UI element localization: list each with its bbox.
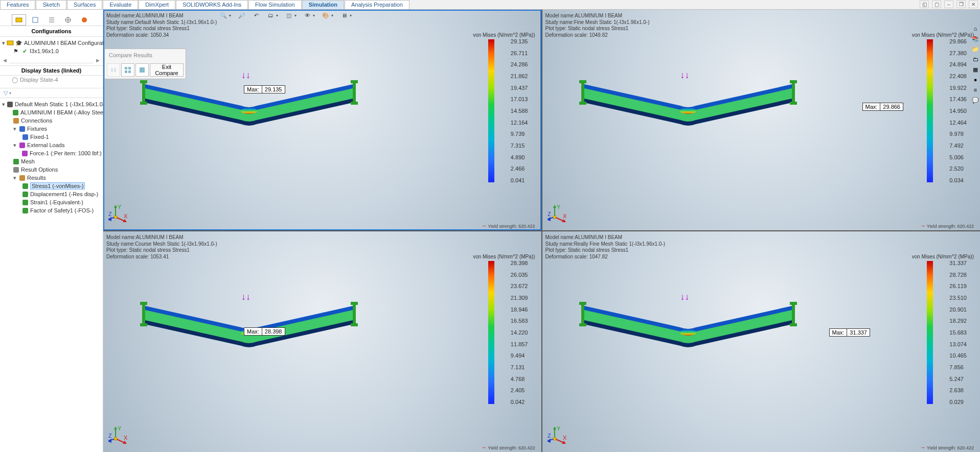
tab-analysis-preparation[interactable]: Analysis Preparation <box>345 0 409 9</box>
legend-title: von Mises (N/mm^2 (MPa)) <box>473 254 535 259</box>
exit-compare-button[interactable]: Exit Compare <box>150 63 184 77</box>
viewport-4[interactable]: Model name:ALUMINIUM I BEAMStudy name:Re… <box>542 231 981 452</box>
scroll-right-icon[interactable]: ► <box>95 57 101 63</box>
custom-props-icon[interactable]: ≡ <box>971 86 979 93</box>
svg-rect-26 <box>125 67 127 69</box>
svg-text:Y: Y <box>557 425 561 432</box>
restore-down-icon[interactable]: ◱ <box>920 1 929 8</box>
triad-icon[interactable]: YXZ <box>548 425 568 447</box>
svg-text:X: X <box>563 213 567 219</box>
tree-item[interactable]: ALUMINIUM I BEAM (-Alloy Steel-) <box>1 108 102 116</box>
graphics-area: ◱ ▢ – ❐ ✕ ⌂ 📚 📁 🗀 ▦ ● ≡ 💬 Compare Result… <box>103 10 980 452</box>
tab-sketch[interactable]: Sketch <box>36 0 66 9</box>
load-arrow-icon: ↓↓ <box>680 292 690 302</box>
display-style-icon[interactable]: ◫ <box>285 12 292 19</box>
legend-labels: 31.33728.72826.11923.51020.90118.29215.6… <box>949 260 967 405</box>
tree-item[interactable]: Stress1 (-vonMises-) <box>1 182 102 190</box>
config-root-icon <box>7 39 14 46</box>
forum-icon[interactable]: 💬 <box>971 97 979 104</box>
appearance-icon[interactable]: 🎨 <box>322 12 329 19</box>
tab-solidworks-add-ins[interactable]: SOLIDWORKS Add-Ins <box>176 0 248 9</box>
svg-rect-98 <box>790 323 797 326</box>
tab-evaluate[interactable]: Evaluate <box>103 0 138 9</box>
file-explorer-icon[interactable]: 🗀 <box>971 56 979 63</box>
tree-item[interactable]: ▾External Loads <box>1 141 102 149</box>
tree-item[interactable]: Strain1 (-Equivalent-) <box>1 198 102 206</box>
view-palette-icon[interactable]: ▦ <box>971 66 979 73</box>
viewport-3[interactable]: Model name:ALUMINIUM I BEAMStudy name:Co… <box>103 231 541 452</box>
svg-rect-15 <box>19 142 25 148</box>
tree-item[interactable]: Force-1 (:Per item: 1000 lbf:) <box>1 149 102 157</box>
tree-item[interactable]: ▾Default Mesh Static 1 (-I3x1.96x1.0-) <box>1 100 102 108</box>
svg-marker-66 <box>114 426 117 430</box>
scene-icon[interactable]: 🖥 <box>340 12 348 19</box>
config-root[interactable]: ▾ 🎓 ALUMINIUM I BEAM Configuratio <box>1 39 102 47</box>
tab-flow-simulation[interactable]: Flow Simulation <box>248 0 302 9</box>
tree-label: Results <box>27 175 46 181</box>
svg-rect-27 <box>128 67 131 69</box>
yield-label: →Yield strength: 620.422 <box>481 444 535 450</box>
tree-item[interactable]: ▾Results <box>1 174 102 182</box>
section-icon[interactable]: 🗂 <box>267 12 274 19</box>
tab-dimxpert[interactable]: DimXpert <box>139 0 175 9</box>
zoom-fit-icon[interactable]: 🔍 <box>220 12 227 19</box>
svg-rect-81 <box>351 323 358 326</box>
svg-marker-49 <box>553 205 556 208</box>
design-library-icon[interactable]: 📁 <box>971 45 979 53</box>
maximize-icon[interactable]: ▢ <box>932 1 941 8</box>
configurations-header: Configurations <box>0 26 103 37</box>
caret-icon[interactable]: ▾ <box>2 101 5 108</box>
tab-features[interactable]: Features <box>0 0 35 9</box>
caret-icon[interactable]: ▾ <box>12 175 17 181</box>
tree-item[interactable]: ▾Fixtures <box>1 125 102 133</box>
restore-icon[interactable]: ❐ <box>956 1 966 8</box>
svg-rect-28 <box>125 70 127 73</box>
zoom-area-icon[interactable]: 🔎 <box>238 12 245 19</box>
model-render <box>578 71 798 144</box>
close-icon[interactable]: ✕ <box>969 1 978 8</box>
caret-icon[interactable]: ▾ <box>2 40 5 46</box>
svg-rect-43 <box>353 82 356 103</box>
svg-marker-70 <box>108 439 111 443</box>
tree-item[interactable]: Displacement1 (-Res disp-) <box>1 190 102 198</box>
model-render <box>578 293 798 365</box>
appearances-icon[interactable]: ● <box>971 76 979 83</box>
svg-rect-12 <box>13 118 19 124</box>
display-state-item[interactable]: ◯ Display State-4 <box>0 76 103 84</box>
svg-point-58 <box>680 108 696 114</box>
viewport-1[interactable]: Model name:ALUMINIUM I BEAMStudy name:De… <box>103 10 541 230</box>
viewport-2[interactable]: Model name:ALUMINIUM I BEAMStudy name:Fi… <box>542 10 981 230</box>
tree-item[interactable]: Result Options <box>1 165 102 174</box>
triad-icon[interactable]: YXZ <box>108 204 129 225</box>
tile-horiz-button[interactable] <box>121 63 134 77</box>
filter-icon[interactable]: ▽ <box>2 89 9 97</box>
single-view-button[interactable] <box>135 63 149 77</box>
task-pane-toolbar: ⌂ 📚 📁 🗀 ▦ ● ≡ 💬 <box>970 25 980 104</box>
svg-rect-11 <box>13 110 18 115</box>
svg-marker-53 <box>548 217 551 221</box>
max-callout: Max:31.337 <box>829 328 871 337</box>
tab-simulation[interactable]: Simulation <box>302 0 344 9</box>
triad-icon[interactable]: YXZ <box>108 425 129 447</box>
tree-item[interactable]: Mesh <box>1 157 102 165</box>
filter-dropdown-icon[interactable]: ▾ <box>9 91 11 96</box>
tree-item[interactable]: Factor of Safety1 (-FOS-) <box>1 206 102 215</box>
home-icon[interactable]: ⌂ <box>971 25 979 32</box>
tree-item[interactable]: Fixed-1 <box>1 133 102 141</box>
prev-view-icon[interactable]: ↶ <box>253 12 260 19</box>
config-child[interactable]: ⚑ ✔ I3x1.96x1.0 <box>1 47 102 55</box>
sync-views-button[interactable] <box>107 63 120 77</box>
load-icon <box>18 141 26 149</box>
hide-show-icon[interactable]: 👁 <box>304 12 311 19</box>
caret-icon[interactable]: ▾ <box>12 142 17 149</box>
scroll-left-icon[interactable]: ◄ <box>2 57 8 63</box>
svg-rect-45 <box>140 102 147 105</box>
triad-icon[interactable]: YXZ <box>548 204 568 225</box>
minimize-icon[interactable]: – <box>944 1 953 8</box>
tab-surfaces[interactable]: Surfaces <box>67 0 102 9</box>
tree-label: Default Mesh Static 1 (-I3x1.96x1.0-) <box>15 101 106 107</box>
tree-item[interactable]: Connections <box>1 116 102 125</box>
svg-rect-94 <box>792 304 795 324</box>
caret-icon[interactable]: ▾ <box>12 126 17 132</box>
resources-icon[interactable]: 📚 <box>971 35 979 42</box>
